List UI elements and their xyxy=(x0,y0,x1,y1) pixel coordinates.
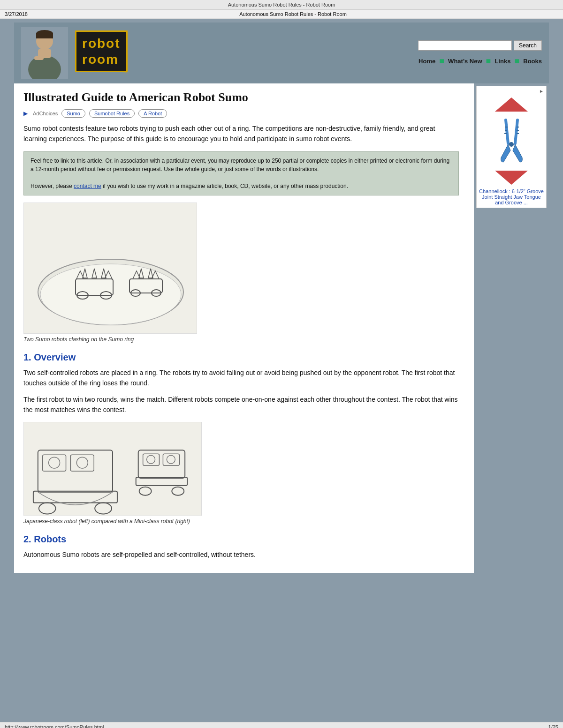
sumo-ring-caption: Two Sumo robots clashing on the Sumo rin… xyxy=(23,336,459,343)
section2-heading: 2. Robots xyxy=(23,534,459,545)
browser-tab-bar: Autonomous Sumo Robot Rules - Robot Room xyxy=(0,0,563,10)
header-avatar xyxy=(21,27,68,79)
logo-tm: ™ xyxy=(123,70,128,75)
svg-rect-4 xyxy=(34,56,44,60)
section1-number: 1. xyxy=(23,352,31,362)
tag-sumo[interactable]: Sumo xyxy=(61,109,85,118)
ad-choices-icon: ▶ xyxy=(23,110,28,117)
svg-rect-6 xyxy=(36,33,53,38)
search-input[interactable] xyxy=(418,40,512,51)
section1-heading: 1. Overview xyxy=(23,352,459,363)
notice-contact-before: However, please xyxy=(30,183,74,189)
browser-page-counter: 1/25 xyxy=(548,724,558,728)
search-button[interactable]: Search xyxy=(514,40,542,51)
svg-line-42 xyxy=(506,120,508,143)
page-title: Illustrated Guide to American Robot Sumo xyxy=(23,90,459,105)
site-nav: Home ■ What's New ■ Links ■ Books xyxy=(418,56,542,66)
notice-text: Feel free to link to this article. Or, i… xyxy=(30,157,452,173)
ad-arrow-down-container xyxy=(479,171,544,185)
nav-separator-3: ■ xyxy=(514,56,519,66)
tag-a-robot[interactable]: A Robot xyxy=(138,109,167,118)
ad-box: ► xyxy=(476,86,547,208)
sumo-ring-svg xyxy=(24,203,197,334)
browser-date: 3/27/2018 xyxy=(5,11,28,17)
notice-box: Feel free to link to this article. Or, i… xyxy=(23,151,459,195)
site-logo: robot room xyxy=(75,30,128,72)
site-container: robot room ™ Search Home ■ What's New ■ xyxy=(14,23,549,573)
header-left: robot room ™ xyxy=(21,27,128,79)
nav-home[interactable]: Home xyxy=(418,58,435,65)
nav-links[interactable]: Links xyxy=(495,58,510,65)
browser-bottom-bar: http://www.robotroom.com/SumoRules.html … xyxy=(0,722,563,728)
header-right: Search Home ■ What's New ■ Links ■ Books xyxy=(418,40,542,66)
sumo-ring-image xyxy=(23,203,197,334)
notice-contact-link[interactable]: contact me xyxy=(74,183,101,189)
ad-product-title[interactable]: Channellock : 6-1/2" Groove Joint Straig… xyxy=(479,188,544,205)
nav-whats-new[interactable]: What's New xyxy=(448,58,482,65)
tag-row: ▶ AdChoices Sumo Sumobot Rules A Robot xyxy=(23,109,459,118)
section2-body1: Autonomous Sumo robots are self-propelle… xyxy=(23,549,459,560)
robots-compare-svg xyxy=(24,422,201,516)
svg-line-43 xyxy=(515,120,517,143)
notice-contact-paragraph: However, please contact me if you wish t… xyxy=(30,182,452,190)
ad-arrow-up xyxy=(495,98,528,112)
ad-arrow-up-container xyxy=(479,98,544,112)
sidebar: ► xyxy=(474,83,549,573)
plier-svg xyxy=(496,115,527,167)
nav-books[interactable]: Books xyxy=(523,58,542,65)
section1-title: Overview xyxy=(34,352,76,362)
section1-body1: Two self-controlled robots are placed in… xyxy=(23,368,459,389)
ad-choices-label: AdChoices xyxy=(33,111,58,116)
search-form: Search xyxy=(418,40,542,51)
robots-compare-image xyxy=(23,422,202,516)
section1-body2: The first robot to win two rounds, wins … xyxy=(23,394,459,415)
logo-line1: robot xyxy=(82,36,121,52)
nav-separator-1: ■ xyxy=(439,56,444,66)
ad-label: ► xyxy=(479,89,544,94)
browser-url: http://www.robotroom.com/SumoRules.html xyxy=(5,724,104,728)
section2-number: 2. xyxy=(23,534,31,544)
browser-info-bar: 3/27/2018 Autonomous Sumo Robot Rules - … xyxy=(0,10,563,19)
ad-arrow-down xyxy=(495,171,528,185)
page-wrapper: robot room ™ Search Home ■ What's New ■ xyxy=(0,19,563,722)
intro-paragraph: Sumo robot contests feature two robots t… xyxy=(23,123,459,144)
browser-page-title: Autonomous Sumo Robot Rules - Robot Room xyxy=(239,11,347,17)
section2-title: Robots xyxy=(34,534,66,544)
logo-block: robot room ™ xyxy=(75,30,128,75)
robots-comparison-figure: Japanese-class robot (left) compared wit… xyxy=(23,422,459,525)
content-area: Illustrated Guide to American Robot Sumo… xyxy=(14,83,468,573)
person-photo-svg xyxy=(21,27,68,79)
browser-tab-title: Autonomous Sumo Robot Rules - Robot Room xyxy=(228,2,335,8)
tag-sumobot-rules[interactable]: Sumobot Rules xyxy=(89,109,135,118)
main-layout: Illustrated Guide to American Robot Sumo… xyxy=(14,83,549,573)
site-header: robot room ™ Search Home ■ What's New ■ xyxy=(14,23,549,83)
nav-separator-2: ■ xyxy=(486,56,491,66)
robots-caption: Japanese-class robot (left) compared wit… xyxy=(23,518,459,525)
notice-contact-after: if you wish to use my work in a magazine… xyxy=(101,183,348,189)
ad-product-image-container xyxy=(479,115,544,167)
sumo-ring-figure: Two Sumo robots clashing on the Sumo rin… xyxy=(23,203,459,343)
logo-line2: room xyxy=(82,52,121,68)
svg-point-44 xyxy=(509,142,514,147)
